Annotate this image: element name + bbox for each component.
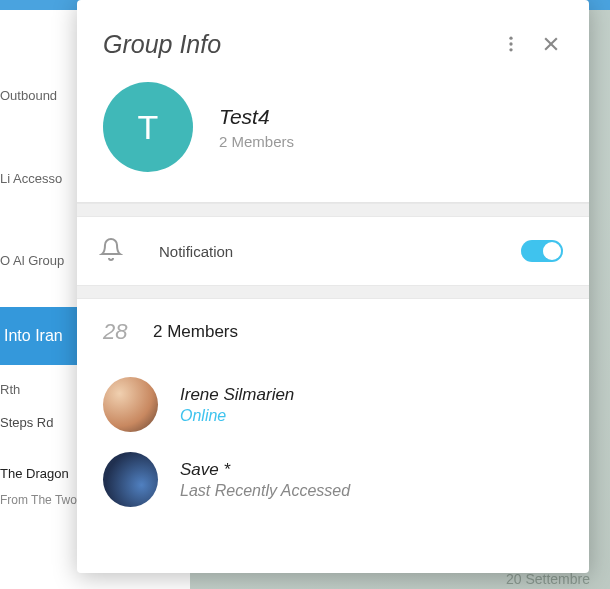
- member-row[interactable]: Irene Silmarien Online: [103, 367, 563, 442]
- section-gap: [77, 203, 589, 217]
- svg-point-0: [509, 37, 512, 40]
- toggle-knob: [543, 242, 561, 260]
- sidebar-item-sub: From The Two: [0, 493, 77, 507]
- member-status: Last Recently Accessed: [180, 482, 350, 500]
- sidebar-item: Rth: [0, 382, 20, 397]
- sidebar-item: The Dragon: [0, 466, 69, 481]
- group-info-modal: Group Info T Test4 2 Members Notificatio…: [77, 0, 589, 573]
- sidebar-item: Li Accesso: [0, 171, 62, 186]
- members-header-label: 2 Members: [153, 322, 238, 342]
- member-avatar: [103, 377, 158, 432]
- member-avatar: [103, 452, 158, 507]
- sidebar-item-active: Into Iran: [0, 307, 78, 365]
- bg-date-label: 20 Settembre: [506, 571, 590, 587]
- modal-header: Group Info: [77, 0, 589, 72]
- group-member-count: 2 Members: [219, 133, 294, 150]
- close-icon: [541, 34, 561, 54]
- group-name: Test4: [219, 105, 294, 129]
- section-gap: [77, 285, 589, 299]
- members-header: 28 2 Members: [103, 319, 563, 345]
- member-status: Online: [180, 407, 294, 425]
- notification-row: Notification: [77, 217, 589, 285]
- bell-icon: [99, 237, 123, 265]
- group-avatar[interactable]: T: [103, 82, 193, 172]
- close-button[interactable]: [531, 24, 571, 64]
- more-vertical-icon: [501, 34, 521, 54]
- group-summary: T Test4 2 Members: [77, 72, 589, 203]
- member-name: Irene Silmarien: [180, 385, 294, 405]
- modal-title: Group Info: [103, 30, 491, 59]
- sidebar-item: Outbound: [0, 88, 57, 103]
- notification-toggle[interactable]: [521, 240, 563, 262]
- svg-point-1: [509, 42, 512, 45]
- member-name: Save *: [180, 460, 350, 480]
- svg-point-2: [509, 48, 512, 51]
- notification-label: Notification: [159, 243, 521, 260]
- sidebar-item: O Al Group: [0, 253, 64, 268]
- member-row[interactable]: Save * Last Recently Accessed: [103, 442, 563, 517]
- members-section: 28 2 Members Irene Silmarien Online Save…: [77, 299, 589, 527]
- more-options-button[interactable]: [491, 24, 531, 64]
- sidebar-item: Steps Rd: [0, 415, 53, 430]
- members-header-number: 28: [103, 319, 153, 345]
